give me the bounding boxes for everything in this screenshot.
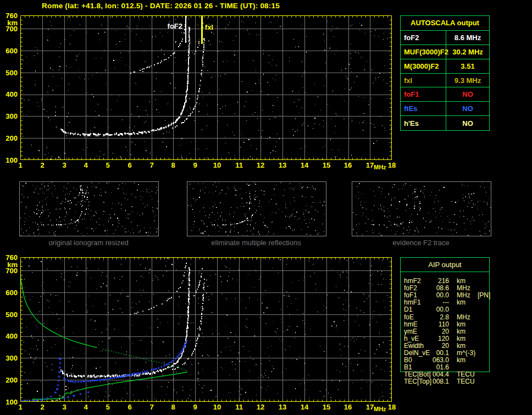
x-tick-label: 3 [58,162,71,169]
x-tick-label: 13 [276,403,289,411]
bottom-ionogram-canvas [20,257,392,402]
autoscala-table-title: AUTOSCALA output [401,16,489,31]
autoscala-row: ftEsNO [401,102,489,116]
aip-value: 00.0 [428,306,449,313]
x-tick-label: 14 [298,403,311,411]
aip-row: D100.0 [401,306,490,313]
y-tick-label: 300 [1,113,18,120]
autoscala-param: M(3000)F2 [401,59,446,73]
aip-row: ymE20km [401,328,490,335]
y-tick-label: 200 [1,377,18,384]
aip-value: 00.1 [428,350,449,357]
x-tick-label: 3 [58,403,71,411]
aip-param: TEC[Bot] [404,371,431,378]
aip-param: B0 [404,357,412,364]
thumbnail-caption-original: original ionogram resized [19,239,158,247]
autoscala-value: NO [446,104,489,113]
y-tick-label: 500 [1,69,18,76]
aip-unit: TECU [457,378,475,385]
aip-value: 004.4 [428,371,449,378]
x-tick-label: 4 [79,162,92,169]
fof2-marker-line [185,15,186,43]
autoscala-param: h'Es [401,116,446,130]
aip-unit: km [457,335,465,342]
autoscala-row: foF28.6 MHz [401,31,489,45]
autoscala-row: MUF(3000)F230.2 MHz [401,45,489,59]
x-tick-label: 2 [36,162,49,169]
aip-unit: TECU [457,371,475,378]
aip-value: 216 [428,278,449,285]
x-tick-label: 13 [276,162,289,169]
top-ionogram-canvas: foF2fxI [20,15,392,160]
aip-value: 08.6 [428,285,449,292]
x-tick-label: 10 [210,403,224,411]
x-tick-label: 12 [254,162,267,169]
x-tick-label: 18 [385,403,398,411]
x-tick-label: 6 [123,162,136,169]
aip-row: hmF2216km [401,278,490,285]
aip-row: B101.6 [401,364,490,371]
aip-value: 20 [428,328,449,335]
aip-row: foF100.0MHz[PN] [401,292,490,299]
thumb-original-canvas [20,182,158,236]
autoscala-app-screen: { "title": "Rome (lat: +41.8, lon: 012.5… [0,0,532,415]
thumbnail-original-ionogram [19,181,159,236]
aip-value: 00.0 [428,292,449,299]
aip-unit: MHz [457,285,470,292]
aip-param: Ewidth [404,342,424,350]
x-tick-label: 1 [14,162,27,169]
autoscala-value: NO [446,90,489,98]
aip-output-table: AIP outputhmF2216kmfoF208.6MHzfoF100.0MH… [400,257,490,372]
aip-unit: km [457,321,465,328]
x-tick-label: 14 [298,162,311,169]
window-title: Rome (lat: +41.8, lon: 012.5) - DATE: 20… [11,2,311,10]
aip-value: 01.6 [428,364,449,371]
aip-unit: MHz [457,314,470,321]
autoscala-row: h'EsNO [401,116,489,130]
aip-row: TEC[Top]008.1TECU [401,378,490,385]
x-tick-label: 7 [145,162,158,169]
aip-param: B1 [404,364,412,371]
aip-note: [PN] [478,292,490,299]
aip-param: ymE [404,328,417,335]
aip-row: TEC[Bot]004.4TECU [401,371,490,378]
aip-row: Ewidth20km [401,342,490,350]
x-tick-label: 5 [101,403,114,411]
x-tick-label: 6 [123,403,136,411]
y-tick-label: 700 [1,267,18,274]
autoscala-value: 3.51 [446,62,489,70]
thumbnail-evidence-f2 [352,181,491,236]
x-axis-unit: MHz [374,406,386,413]
y-tick-label: 200 [1,135,18,142]
x-tick-label: 5 [101,162,114,169]
autoscala-param: ftEs [401,102,446,115]
aip-value: 20 [428,342,449,350]
aip-value: 120 [428,335,449,342]
autoscala-row: fxI9.3 MHz [401,74,489,88]
aip-row: DelN_vE00.1m^(-3) [401,350,490,357]
aip-param: h_vE [404,335,419,342]
autoscala-param: MUF(3000)F2 [401,45,446,59]
x-tick-label: 15 [320,162,333,169]
x-tick-label: 11 [232,403,246,411]
aip-value: 2.8 [428,314,449,321]
top-ionogram-plot: foF2fxI [20,15,392,160]
aip-unit: km [457,342,465,350]
aip-param: foE [404,314,414,321]
aip-unit: km [457,278,465,285]
aip-row: B0063.0km [401,357,490,364]
x-tick-label: 4 [79,403,92,411]
aip-unit: MHz [457,292,470,299]
y-tick-label: 500 [1,311,18,318]
aip-param: hmE [404,321,418,328]
autoscala-output-table: AUTOSCALA outputfoF28.6 MHzMUF(3000)F230… [400,15,490,131]
aip-row: h_vE120km [401,335,490,342]
aip-table-title: AIP output [401,258,489,272]
y-tick-label: 400 [1,333,18,340]
aip-value: 008.1 [428,378,449,385]
y-tick-label: 400 [1,91,18,98]
aip-value: 063.0 [428,357,449,364]
y-tick-label: 600 [1,47,18,54]
aip-row: foF208.6MHz [401,285,490,292]
thumbnail-eliminate-reflections [187,181,326,236]
